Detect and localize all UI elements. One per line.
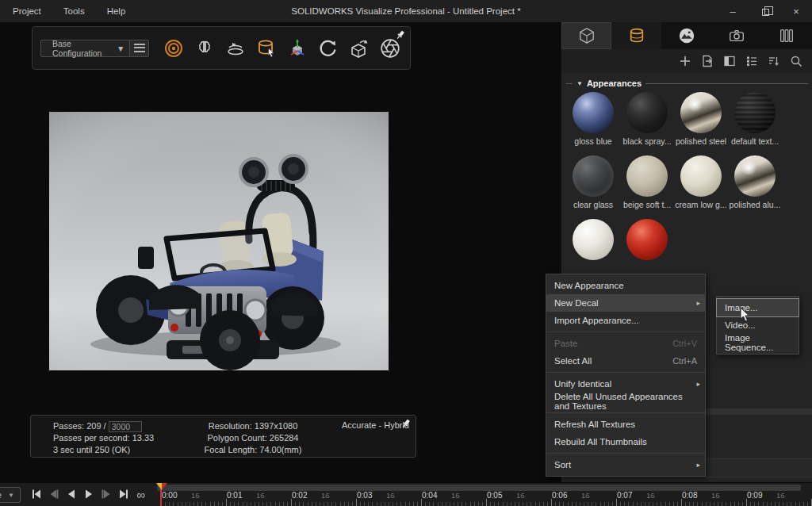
passes-total-input[interactable]	[109, 421, 142, 432]
tab-scenes[interactable]	[661, 22, 711, 49]
pin-icon[interactable]	[400, 418, 412, 429]
ruler-cell[interactable]: 0:0816	[681, 491, 746, 506]
submenu-item-video[interactable]: Video...	[717, 316, 799, 334]
appearance-thumb-cream-low-g[interactable]: cream low g...	[674, 155, 728, 209]
submenu-item-image-sequence[interactable]: Image Sequence...	[717, 334, 799, 351]
timeline-ruler[interactable]: 0:00160:01160:02160:03160:04160:05160:06…	[0, 483, 812, 506]
context-menu-item-new-decal[interactable]: New Decal▸	[546, 294, 705, 312]
menu-tools[interactable]: Tools	[63, 6, 85, 16]
window-title: SOLIDWORKS Visualize Professional - Unti…	[291, 6, 520, 16]
rotate-arrow-icon[interactable]	[316, 36, 340, 60]
ruler-frame-label: 16	[516, 491, 525, 500]
ruler-cell[interactable]: 0:0016	[161, 491, 226, 506]
render-image-jeep[interactable]	[49, 112, 389, 370]
menu-shortcut: Ctrl+V	[672, 339, 697, 348]
ruler-second-label: 0:01	[227, 491, 242, 500]
concentric-rings-icon[interactable]	[162, 36, 186, 60]
context-menu-item-select-all[interactable]: Select AllCtrl+A	[546, 352, 705, 370]
tab-libraries[interactable]	[761, 22, 811, 49]
context-menu-item-new-appearance[interactable]: New Appearance	[546, 277, 705, 294]
tab-cameras[interactable]	[711, 22, 761, 49]
cylinder-cursor-icon[interactable]	[255, 36, 278, 60]
context-menu-item-unify-identical[interactable]: Unify Identical▸	[546, 375, 705, 393]
appearance-thumb[interactable]	[566, 219, 620, 273]
pin-icon[interactable]	[395, 29, 406, 40]
ruler-cell[interactable]: 0:0116	[226, 491, 291, 506]
ruler-cell[interactable]: 0:0916	[746, 491, 811, 506]
palette-toolbar	[561, 49, 812, 73]
appearance-sphere[interactable]	[734, 155, 776, 197]
appearance-thumbnail-grid: gloss blueblack spray...polished steelde…	[566, 92, 808, 273]
ruler-cell[interactable]: 0:0316	[356, 491, 421, 506]
timeline-scrollbar[interactable]	[157, 485, 801, 491]
appearance-sphere[interactable]	[626, 219, 668, 260]
configuration-menu-button[interactable]	[130, 40, 149, 57]
menu-project[interactable]: Project	[13, 6, 41, 16]
turntable-icon[interactable]	[224, 36, 247, 60]
appearance-sphere[interactable]	[626, 155, 668, 197]
context-menu-item-rebuild-all-thumbnails[interactable]: Rebuild All Thumbnails	[546, 433, 705, 450]
import-file-icon[interactable]	[700, 54, 714, 68]
appearance-thumb[interactable]	[620, 219, 674, 273]
ruler-cell[interactable]: 0:0516	[486, 491, 551, 506]
sort-icon[interactable]	[767, 54, 781, 68]
cube-axes-icon[interactable]	[285, 36, 309, 60]
ruler-frame-label: 16	[256, 491, 265, 500]
ruler-cell[interactable]: 0:0216	[291, 491, 356, 506]
menu-separator	[546, 329, 705, 335]
detail-list-icon[interactable]	[745, 54, 759, 68]
appearance-thumb-beige-soft-t[interactable]: beige soft t...	[620, 155, 674, 209]
appearance-thumb-black-spray[interactable]: black spray...	[620, 92, 674, 146]
search-icon[interactable]	[789, 54, 803, 68]
appearance-sphere[interactable]	[680, 92, 722, 133]
playhead-flag[interactable]	[156, 483, 167, 491]
submenu-item-image[interactable]: Image...	[717, 299, 799, 316]
menu-item-label: Sort	[554, 460, 571, 470]
context-menu-item-sort[interactable]: Sort▸	[546, 456, 705, 473]
appearance-thumb-clear-glass[interactable]: clear glass	[566, 155, 620, 209]
appearance-sphere[interactable]	[573, 219, 614, 260]
tab-models[interactable]	[561, 22, 611, 49]
appearance-thumb-default-text[interactable]: default text...	[728, 92, 782, 146]
ruler-cell[interactable]: 0:0416	[421, 491, 486, 506]
cube-arrow-icon[interactable]	[347, 36, 371, 60]
brain-icon[interactable]	[193, 36, 216, 60]
appearances-section-header[interactable]: ▼ Appearances	[566, 78, 808, 89]
appearance-sphere[interactable]	[573, 155, 614, 197]
context-menu-item-delete-all-unused-appearances-and-textures[interactable]: Delete All Unused Appearances and Textur…	[546, 393, 705, 410]
appearance-thumb-polished-alu[interactable]: polished alu...	[728, 155, 782, 209]
context-menu-item-refresh-all-textures[interactable]: Refresh All Textures	[546, 416, 705, 433]
close-button[interactable]: ×	[780, 0, 812, 22]
menu-help[interactable]: Help	[107, 6, 126, 16]
ruler-second-label: 0:00	[162, 491, 177, 500]
add-icon[interactable]	[678, 54, 692, 68]
submenu-arrow-icon: ▸	[696, 461, 700, 469]
ruler-ticks	[161, 502, 226, 506]
appearance-label: clear glass	[573, 200, 613, 209]
menu-shortcut: Ctrl+A	[672, 356, 697, 366]
ruler-cell[interactable]: 0:0616	[551, 491, 616, 506]
appearance-sphere[interactable]	[626, 92, 668, 133]
ruler-cell[interactable]: 0:0716	[616, 491, 681, 506]
appearance-thumb-gloss-blue[interactable]: gloss blue	[566, 92, 620, 146]
configuration-select[interactable]: Base Configuration ▼	[40, 40, 130, 57]
viewport-3d[interactable]: Base Configuration ▼	[0, 22, 561, 482]
appearance-label: polished alu...	[730, 200, 781, 209]
minimize-button[interactable]: –	[717, 0, 749, 22]
ruler-frame-label: 16	[451, 491, 460, 500]
restore-button[interactable]	[749, 0, 780, 22]
appearance-sphere[interactable]	[734, 92, 776, 133]
ruler-second-label: 0:03	[357, 491, 372, 500]
menu-separator	[546, 370, 705, 375]
mouse-cursor	[740, 308, 751, 322]
split-view-icon[interactable]	[722, 54, 737, 68]
focal-length: Focal Length: 74.00(mm)	[174, 444, 332, 456]
appearance-sphere[interactable]	[573, 92, 614, 133]
window-controls: – ×	[717, 0, 812, 22]
submenu-arrow-icon: ▸	[696, 299, 700, 307]
tab-appearances[interactable]	[611, 22, 661, 49]
appearance-thumb-polished-steel[interactable]: polished steel	[674, 92, 728, 146]
appearance-sphere[interactable]	[680, 155, 722, 197]
context-menu-item-import-appearance[interactable]: Import Appearance...	[546, 312, 705, 329]
camera-icon	[728, 27, 745, 44]
